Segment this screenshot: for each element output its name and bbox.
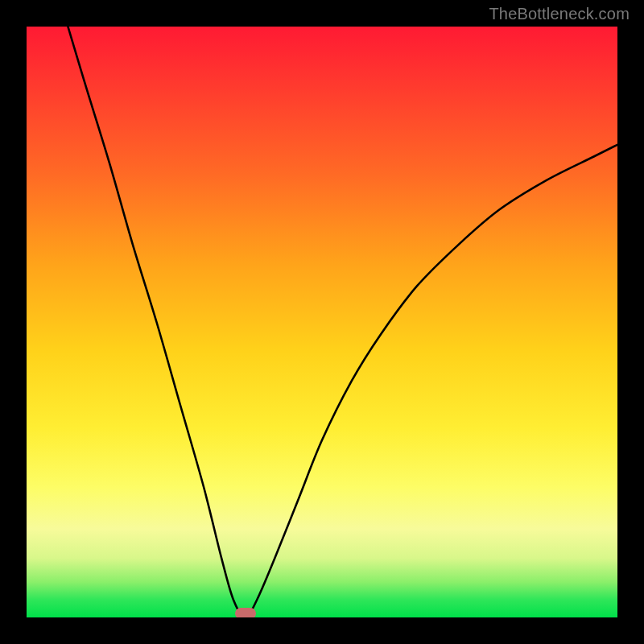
chart-frame: TheBottleneck.com xyxy=(0,0,644,644)
minimum-marker xyxy=(235,608,256,617)
watermark-text: TheBottleneck.com xyxy=(489,5,630,23)
plot-area xyxy=(27,27,617,617)
bottleneck-curve xyxy=(68,27,617,617)
curve-layer xyxy=(27,27,617,617)
